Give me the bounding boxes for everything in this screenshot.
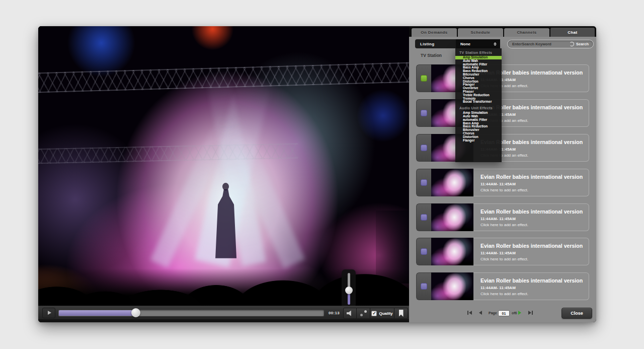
item-title: Evian Roller babies international versio… — [480, 243, 583, 249]
search-input[interactable] — [508, 42, 570, 46]
speaker-icon — [347, 310, 353, 316]
next-page-icon — [518, 311, 521, 315]
dropdown-caret-icon — [494, 42, 497, 46]
menu-item[interactable]: Flanger — [455, 83, 502, 87]
last-page-icon — [528, 311, 531, 315]
player-bottom-strip — [38, 319, 409, 322]
app-window: 00:13 ✓ Quality On Demands — [38, 26, 596, 322]
menu-section-header: Audio Unit Effects — [455, 104, 502, 111]
bookmark-button[interactable] — [394, 308, 408, 319]
seek-bar-knob[interactable] — [131, 308, 140, 317]
item-title: Evian Roller babies international versio… — [480, 277, 583, 284]
next-page-button[interactable] — [518, 311, 521, 315]
tab-bar: On Demands Schedule Channels Chat — [409, 26, 596, 37]
quality-toggle[interactable]: ✓ Quality — [370, 308, 394, 319]
volume-button[interactable] — [343, 308, 357, 319]
seek-bar-fill — [59, 310, 136, 316]
player-side-controls: ✓ Quality — [343, 308, 408, 319]
item-thumbnail — [431, 203, 473, 231]
listing-label-bar: Listing — [415, 39, 456, 48]
list-item[interactable]: Evian Roller babies international versio… — [416, 64, 589, 92]
item-add-effect-link[interactable]: Click here to add an effect. — [480, 292, 528, 296]
menu-item[interactable]: Amp Simulation — [455, 56, 502, 59]
list-item[interactable]: Evian Roller babies international versio… — [416, 272, 589, 300]
item-thumbnail — [431, 238, 473, 265]
list-item[interactable]: Evian Roller babies international versio… — [416, 238, 589, 265]
page-label: Page — [489, 311, 497, 315]
item-thumbnail — [431, 272, 473, 300]
item-add-effect-link[interactable]: Click here to add an effect. — [480, 223, 528, 227]
search-icon — [570, 42, 574, 46]
menu-item[interactable]: Distortion — [455, 80, 502, 84]
menu-item[interactable]: Bitcrusher — [455, 73, 502, 77]
close-button[interactable]: Close — [561, 308, 592, 319]
effects-dropdown-value: None — [460, 42, 470, 46]
first-page-button[interactable] — [467, 311, 472, 315]
tab-channels[interactable]: Channels — [504, 28, 549, 37]
checkbox-checked-icon: ✓ — [371, 311, 377, 316]
resize-icon — [360, 310, 367, 316]
pagination: Page of6 Close — [409, 307, 596, 320]
first-page-icon — [467, 311, 468, 315]
tab-schedule[interactable]: Schedule — [458, 28, 503, 37]
status-indicator — [421, 248, 427, 255]
menu-item[interactable]: Chorus — [455, 132, 502, 135]
volume-knob[interactable] — [345, 287, 353, 294]
tab-chat[interactable]: Chat — [550, 28, 595, 37]
item-title: Evian Roller babies international versio… — [480, 174, 583, 180]
menu-item[interactable]: Overdrive — [455, 87, 502, 90]
bookmark-icon — [399, 310, 404, 317]
menu-item[interactable]: Chorus — [455, 77, 502, 80]
menu-item[interactable]: Amp Simulation — [455, 111, 502, 115]
list-item[interactable]: Evian Roller babies international versio… — [416, 203, 589, 231]
menu-item[interactable]: Treble Reduction — [455, 94, 502, 97]
listing-label: Listing — [420, 42, 434, 46]
list-item[interactable]: Evian Roller babies international versio… — [416, 169, 589, 196]
item-time: 11:44AM- 11:45AM — [480, 251, 516, 255]
play-icon — [48, 311, 51, 315]
volume-slider[interactable] — [342, 269, 356, 308]
play-button[interactable] — [42, 308, 55, 318]
last-page-button[interactable] — [528, 311, 533, 315]
status-indicator — [421, 214, 427, 221]
prev-page-button[interactable] — [479, 311, 482, 315]
status-indicator — [421, 145, 427, 151]
quality-label: Quality — [379, 311, 392, 316]
effects-dropdown[interactable]: None — [456, 39, 500, 48]
prev-page-icon — [479, 311, 482, 315]
elapsed-time: 00:13 — [329, 311, 340, 315]
page-total-label: of6 — [512, 311, 517, 315]
menu-item[interactable]: Bitcrusher — [455, 128, 502, 132]
seek-bar[interactable] — [58, 310, 324, 316]
effects-menu: TV Station Effects Amp Simulation Auto W… — [455, 48, 502, 162]
tab-on-demands[interactable]: On Demands — [412, 28, 457, 37]
item-title: Evian Roller babies international versio… — [480, 208, 583, 215]
item-add-effect-link[interactable]: Click here to add an effect. — [480, 188, 528, 192]
menu-section-header: TV Station Effects — [455, 48, 502, 56]
player-control-bar: 00:13 ✓ Quality — [38, 306, 409, 319]
page-number-input[interactable] — [498, 310, 510, 316]
status-indicator — [421, 179, 427, 186]
search-box: Search — [507, 40, 594, 48]
search-button[interactable]: Search — [576, 42, 589, 46]
item-time: 11:44AM- 11:45AM — [480, 182, 516, 186]
menu-item[interactable]: Distortion — [455, 135, 502, 139]
item-thumbnail — [431, 169, 473, 196]
video-area: 00:13 ✓ Quality — [38, 26, 409, 322]
list-item[interactable]: Evian Roller babies international versio… — [416, 99, 589, 127]
menu-item[interactable]: Flanger — [455, 139, 502, 143]
status-indicator — [421, 75, 427, 82]
item-time: 11:44AM- 11:45AM — [480, 217, 516, 221]
list-item[interactable]: Evian Roller babies international versio… — [416, 134, 589, 162]
video-player[interactable] — [38, 26, 409, 306]
tv-station-label: TV Station — [421, 53, 442, 58]
status-indicator — [421, 283, 427, 290]
resize-button[interactable] — [357, 308, 370, 319]
item-add-effect-link[interactable]: Click here to add an effect. — [480, 257, 528, 261]
singer-silhouette — [214, 183, 237, 258]
menu-item[interactable]: Bocal Transformer — [455, 100, 502, 104]
status-indicator — [421, 110, 427, 116]
item-time: 11:44AM- 11:45AM — [480, 286, 516, 290]
side-panel: On Demands Schedule Channels Chat Listin… — [409, 26, 596, 322]
